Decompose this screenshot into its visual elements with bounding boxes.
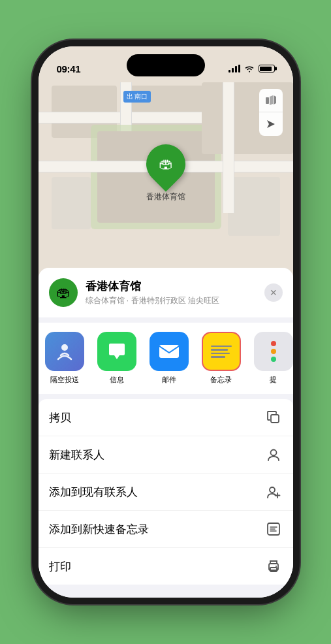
svg-marker-3	[267, 120, 275, 128]
quick-notes-label: 添加到新快速备忘录	[49, 522, 149, 537]
dynamic-island	[127, 54, 205, 76]
map-type-icon	[265, 95, 277, 106]
map-type-button[interactable]	[259, 89, 283, 112]
action-print[interactable]: 打印	[39, 548, 293, 585]
airdrop-svg	[54, 341, 75, 362]
print-svg	[266, 559, 281, 573]
svg-point-17	[276, 566, 277, 567]
status-time: 09:41	[57, 63, 81, 74]
more-dots	[271, 341, 276, 362]
pin-circle: 🏟	[138, 137, 193, 192]
bottom-sheet: 🏟 香港体育馆 综合体育馆 · 香港特别行政区 油尖旺区 ✕ 隔空投送	[39, 268, 293, 598]
pin-label: 香港体育馆	[146, 191, 185, 202]
svg-marker-2	[274, 95, 276, 105]
location-card-icon: 🏟	[49, 278, 78, 307]
action-add-existing[interactable]: 添加到现有联系人	[39, 474, 293, 511]
quick-notes-svg	[266, 522, 281, 536]
more-icon	[254, 332, 293, 371]
svg-rect-5	[159, 345, 179, 358]
print-icon	[264, 557, 283, 575]
copy-label: 拷贝	[49, 410, 71, 425]
notes-icon	[202, 332, 241, 371]
svg-rect-0	[266, 97, 269, 104]
svg-rect-6	[271, 415, 279, 423]
location-name: 香港体育馆	[86, 279, 257, 294]
action-list: 拷贝 新建联系人	[39, 399, 293, 585]
contact-svg	[266, 447, 281, 462]
close-button[interactable]: ✕	[264, 283, 283, 302]
svg-point-7	[270, 450, 276, 456]
add-existing-icon	[264, 483, 283, 501]
battery-icon	[259, 65, 275, 72]
quick-notes-icon	[264, 520, 283, 538]
new-contact-icon	[264, 445, 283, 464]
signal-icon	[229, 65, 240, 72]
add-existing-label: 添加到现有联系人	[49, 485, 138, 500]
svg-rect-16	[270, 568, 277, 572]
mail-icon	[150, 332, 189, 371]
mail-svg	[158, 342, 180, 361]
share-row: 隔空投送 信息 邮件	[39, 323, 293, 394]
print-label: 打印	[49, 559, 71, 574]
copy-svg	[266, 410, 281, 425]
share-mail[interactable]: 邮件	[143, 332, 195, 385]
notes-label: 备忘录	[210, 375, 232, 385]
svg-marker-1	[270, 95, 273, 105]
mail-label: 邮件	[162, 375, 176, 385]
share-more[interactable]: 提	[247, 332, 293, 385]
map-controls	[259, 89, 283, 136]
svg-point-8	[270, 487, 275, 492]
svg-point-4	[61, 344, 68, 351]
share-message[interactable]: 信息	[91, 332, 143, 385]
share-notes[interactable]: 备忘录	[195, 332, 247, 385]
message-svg	[106, 341, 127, 362]
notes-lines	[207, 342, 236, 362]
action-copy[interactable]: 拷贝	[39, 399, 293, 436]
share-airdrop[interactable]: 隔空投送	[39, 332, 91, 385]
airdrop-icon	[45, 332, 84, 371]
action-new-contact[interactable]: 新建联系人	[39, 436, 293, 474]
status-icons	[229, 65, 275, 72]
pin-inner-icon: 🏟	[159, 155, 173, 172]
location-pin: 🏟 香港体育馆	[146, 144, 185, 202]
message-icon	[97, 332, 136, 371]
map-label: 出 南口	[123, 91, 151, 103]
action-quick-notes[interactable]: 添加到新快速备忘录	[39, 511, 293, 548]
phone-frame: 09:41	[39, 46, 293, 598]
location-subtitle: 综合体育馆 · 香港特别行政区 油尖旺区	[86, 295, 257, 306]
location-info: 香港体育馆 综合体育馆 · 香港特别行政区 油尖旺区	[86, 279, 257, 306]
more-label: 提	[270, 375, 277, 385]
copy-icon	[264, 408, 283, 427]
message-label: 信息	[110, 375, 124, 385]
location-button[interactable]	[259, 112, 283, 136]
location-icon	[266, 119, 276, 129]
new-contact-label: 新建联系人	[49, 447, 104, 462]
wifi-icon	[244, 65, 255, 72]
airdrop-label: 隔空投送	[50, 375, 79, 385]
location-card: 🏟 香港体育馆 综合体育馆 · 香港特别行政区 油尖旺区 ✕	[39, 268, 293, 317]
add-contact-svg	[266, 485, 281, 499]
